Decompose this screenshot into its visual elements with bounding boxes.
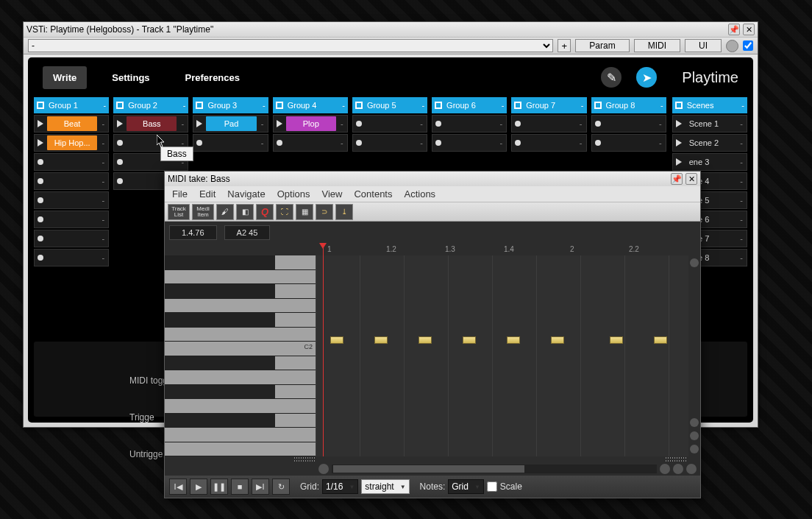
go-start-icon[interactable]: I◀: [169, 479, 187, 495]
grid-icon[interactable]: ▦: [296, 204, 313, 220]
note-readout[interactable]: A2 45: [224, 225, 271, 240]
midi-note[interactable]: [551, 336, 564, 344]
snap-icon[interactable]: ⊃: [316, 204, 333, 220]
midi-note[interactable]: [654, 336, 667, 344]
mediaitem-button[interactable]: Medi Item: [192, 204, 214, 220]
time-ruler[interactable]: 1 1.2 1.3 1.4 2 2.2: [316, 244, 700, 255]
resize-handle-icon[interactable]: [665, 456, 687, 462]
clip-empty[interactable]: -: [34, 191, 109, 209]
clip-empty[interactable]: -: [352, 134, 427, 152]
h-scrollbar[interactable]: [332, 465, 657, 473]
scroll-up-icon[interactable]: [690, 258, 699, 267]
wand-icon[interactable]: ✎: [601, 67, 622, 88]
humanize-icon[interactable]: ⛶: [276, 204, 293, 220]
filter-icon[interactable]: ◧: [236, 204, 254, 220]
quantize-icon[interactable]: Q: [256, 204, 274, 220]
bypass-indicator[interactable]: [726, 40, 738, 52]
group-header-7[interactable]: Group 7-: [511, 97, 586, 113]
midi-note[interactable]: [463, 336, 476, 344]
tab-preferences[interactable]: Preferences: [175, 66, 250, 89]
close-icon[interactable]: ✕: [743, 24, 755, 35]
pause-icon[interactable]: ❚❚: [210, 479, 228, 495]
menu-options[interactable]: Options: [277, 188, 310, 200]
scroll-right-icon[interactable]: [660, 464, 670, 474]
stop-icon[interactable]: ■: [231, 479, 249, 495]
clip-g2r1[interactable]: Bass-: [113, 115, 188, 133]
clip-empty[interactable]: -: [511, 115, 586, 133]
tab-settings[interactable]: Settings: [102, 66, 160, 89]
clip-empty[interactable]: -: [511, 134, 586, 152]
clip-empty[interactable]: -: [591, 134, 666, 152]
scroll-left-icon[interactable]: [318, 464, 329, 474]
param-button[interactable]: Param: [575, 39, 629, 52]
menu-view[interactable]: View: [321, 188, 342, 200]
midi-note[interactable]: [330, 336, 343, 344]
clip-empty[interactable]: -: [591, 115, 666, 133]
clip-empty[interactable]: -: [34, 153, 109, 171]
dock-icon[interactable]: ⤓: [335, 204, 353, 220]
clip-empty[interactable]: -: [34, 211, 109, 228]
group-header-6[interactable]: Group 6-: [432, 97, 507, 113]
group-header-4[interactable]: Group 4-: [273, 97, 348, 113]
clip-empty[interactable]: -: [193, 134, 268, 152]
tab-write[interactable]: Write: [43, 66, 87, 89]
group-header-5[interactable]: Group 5-: [352, 97, 427, 113]
clip-empty[interactable]: -: [273, 134, 348, 152]
zoom-out-icon[interactable]: [690, 445, 699, 453]
menu-file[interactable]: File: [172, 188, 188, 200]
note-area[interactable]: [316, 255, 688, 456]
menu-actions[interactable]: Actions: [404, 188, 435, 200]
scene-row-2[interactable]: Scene 2-: [672, 134, 747, 152]
grid-type-select[interactable]: straight: [361, 479, 409, 494]
scene-row-1[interactable]: Scene 1-: [672, 115, 747, 133]
scene-row-3[interactable]: ene 3-: [672, 153, 747, 171]
loop-icon[interactable]: ↻: [272, 479, 290, 495]
vertical-scroll[interactable]: [688, 255, 700, 456]
zoom-out-h-icon[interactable]: [686, 464, 697, 474]
position-readout[interactable]: 1.4.76: [169, 225, 217, 240]
notes-select[interactable]: Grid: [448, 479, 484, 494]
enable-checkbox[interactable]: [743, 40, 753, 51]
midi-note[interactable]: [374, 336, 388, 344]
zoom-in-h-icon[interactable]: [673, 464, 683, 474]
zoom-in-icon[interactable]: [690, 431, 699, 440]
resize-handle-icon[interactable]: [293, 456, 316, 462]
clip-empty[interactable]: -: [432, 115, 507, 133]
clip-empty[interactable]: -: [34, 172, 109, 190]
clip-empty[interactable]: -: [34, 249, 109, 266]
midi-note[interactable]: [507, 336, 520, 344]
clip-empty[interactable]: -: [34, 230, 109, 247]
piano-keyboard[interactable]: C2: [165, 255, 316, 456]
clip-g1r1[interactable]: Beat-: [34, 115, 109, 133]
menu-navigate[interactable]: Navigate: [227, 188, 265, 200]
clip-g1r2[interactable]: Hip Hop...-: [34, 134, 109, 152]
pin-icon[interactable]: 📌: [728, 24, 740, 35]
menu-edit[interactable]: Edit: [199, 188, 216, 200]
send-icon[interactable]: ➤: [636, 67, 657, 88]
clip-g3r1[interactable]: Pad-: [193, 115, 268, 133]
add-preset-button[interactable]: +: [558, 39, 571, 52]
menu-contents[interactable]: Contents: [354, 188, 392, 200]
tools-icon[interactable]: 🖌: [216, 204, 234, 220]
pin-icon[interactable]: 📌: [671, 173, 683, 185]
midi-button[interactable]: MIDI: [634, 39, 680, 52]
group-header-1[interactable]: Group 1-: [34, 97, 109, 113]
preset-select[interactable]: -: [28, 39, 553, 52]
midi-note[interactable]: [610, 336, 623, 344]
clip-empty[interactable]: -: [432, 134, 507, 152]
group-header-2[interactable]: Group 2-: [113, 97, 188, 113]
ui-button[interactable]: UI: [685, 39, 722, 52]
play-icon[interactable]: ▶: [190, 479, 207, 495]
go-end-icon[interactable]: ▶I: [252, 479, 269, 495]
group-header-3[interactable]: Group 3-: [193, 97, 268, 113]
scale-checkbox[interactable]: [487, 481, 497, 492]
clip-g4r1[interactable]: Plop-: [273, 115, 348, 133]
close-icon[interactable]: ✕: [685, 173, 697, 185]
clip-empty[interactable]: -: [352, 115, 427, 133]
tracklist-button[interactable]: Track List: [168, 204, 190, 220]
grid-size-select[interactable]: 1/16: [322, 479, 358, 494]
midi-note[interactable]: [419, 336, 432, 344]
scenes-header[interactable]: Scenes-: [672, 97, 747, 113]
scroll-down-icon[interactable]: [690, 418, 699, 427]
group-header-8[interactable]: Group 8-: [591, 97, 666, 113]
